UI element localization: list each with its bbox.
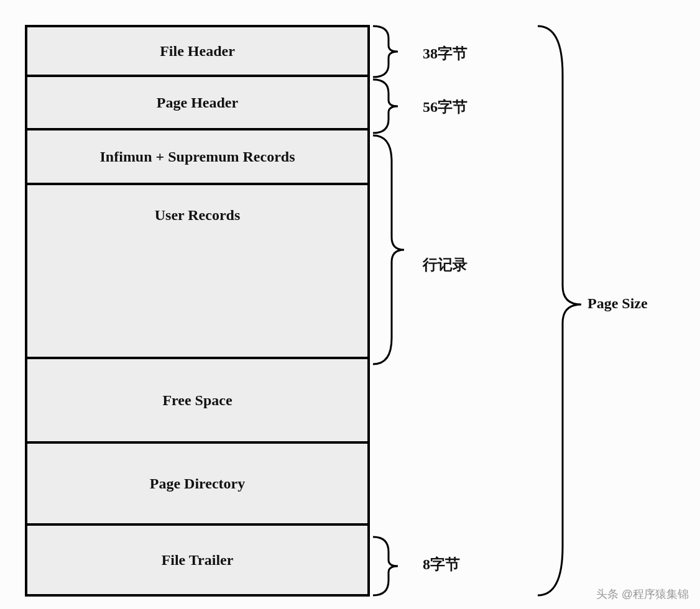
annotation-page-size: Page Size (587, 295, 648, 312)
section-label: User Records (155, 207, 241, 224)
section-free-space: Free Space (27, 359, 367, 444)
section-file-header: File Header (27, 27, 367, 77)
section-page-directory: Page Directory (27, 444, 367, 526)
watermark-text: 头条 @程序猿集锦 (596, 587, 689, 602)
section-user-records: User Records (27, 185, 367, 359)
section-infimun-supremum: Infimun + Supremum Records (27, 130, 367, 185)
annotation-row-records: 行记录 (423, 255, 467, 275)
section-label: Page Header (157, 94, 238, 111)
annotation-page-header-size: 56字节 (423, 97, 467, 117)
section-label: File Header (160, 43, 235, 60)
section-label: Page Directory (150, 475, 245, 492)
section-label: Infimun + Supremum Records (100, 149, 295, 165)
section-page-header: Page Header (27, 77, 367, 130)
annotation-file-trailer-size: 8字节 (423, 554, 460, 574)
section-label: Free Space (162, 392, 232, 409)
section-file-trailer: File Trailer (27, 526, 367, 594)
annotation-file-header-size: 38字节 (423, 44, 467, 63)
page-structure-diagram: File Header Page Header Infimun + Suprem… (25, 25, 370, 597)
section-label: File Trailer (162, 552, 234, 569)
